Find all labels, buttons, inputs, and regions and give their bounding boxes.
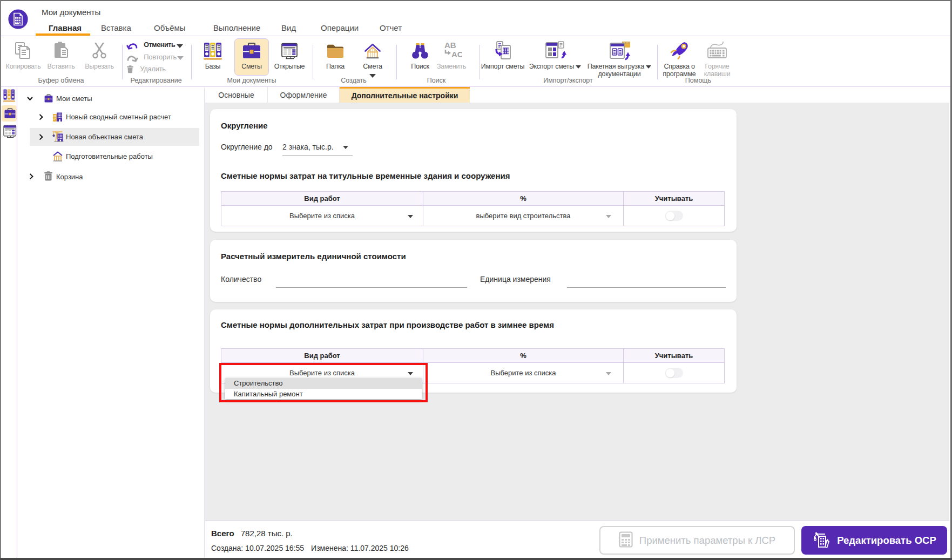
svg-text:AB: AB bbox=[444, 41, 456, 50]
svg-text:AC: AC bbox=[451, 50, 462, 59]
